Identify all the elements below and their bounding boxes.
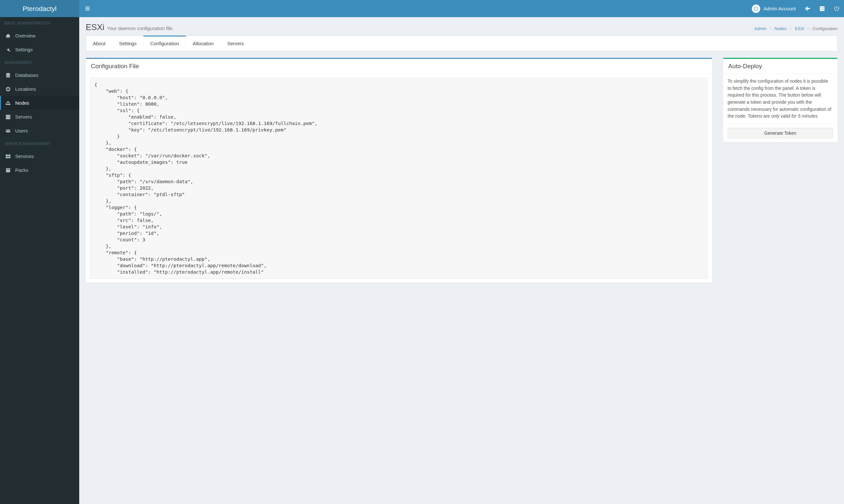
sidebar-item-locations[interactable]: Locations (0, 82, 79, 96)
sidebar-item-servers[interactable]: Servers (0, 110, 79, 124)
sidebar-item-label: Servers (15, 114, 32, 120)
sidebar-section-header: SERVICE MANAGEMENT (0, 138, 79, 149)
tab-about[interactable]: About (86, 36, 112, 51)
home-icon (5, 34, 11, 38)
logout-button[interactable] (829, 0, 844, 17)
sidebar-section-header: MANAGEMENT (0, 56, 79, 68)
sidebar-item-label: Overview (15, 33, 36, 38)
configuration-file-box: Configuration File { "web": { "host": "0… (86, 58, 712, 283)
th-large-icon (5, 154, 11, 159)
breadcrumb-separator: > (807, 26, 810, 31)
topbar: Admin Account (79, 0, 844, 17)
sidebar-section-header: BASIC ADMINISTRATION (0, 17, 79, 29)
auto-deploy-box: Auto-Deploy To simplify the configuratio… (723, 58, 838, 142)
power-icon (752, 4, 760, 13)
brand-logo[interactable]: Pterodactyl (0, 0, 79, 17)
sidebar-item-label: Databases (15, 72, 38, 78)
bars-icon (85, 6, 90, 11)
exit-admin-button[interactable] (800, 0, 815, 17)
sidebar-item-packs[interactable]: Packs (0, 163, 79, 177)
wrench-icon (5, 48, 11, 52)
plane-icon (805, 6, 810, 11)
sidebar-item-label: Packs (15, 167, 29, 173)
breadcrumb-separator: > (790, 26, 792, 31)
archive-icon (5, 168, 11, 173)
sidebar: Pterodactyl BASIC ADMINISTRATIONOverview… (0, 0, 79, 504)
server-icon (820, 6, 825, 11)
sidebar-item-databases[interactable]: Databases (0, 68, 79, 82)
page-title: ESXi (86, 22, 104, 32)
configuration-file-content[interactable]: { "web": { "host": "0.0.0.0", "listen": … (90, 78, 708, 279)
breadcrumb-separator: > (769, 26, 772, 31)
admin-account-label: Admin Account (763, 6, 796, 11)
sidebar-toggle-button[interactable] (79, 0, 96, 17)
sidebar-item-users[interactable]: Users (0, 124, 79, 138)
page-subtitle: Your daemon configuration file. (107, 25, 174, 31)
admin-account-menu[interactable]: Admin Account (751, 0, 800, 17)
sidebar-item-services[interactable]: Services (0, 149, 79, 163)
breadcrumb-esxi[interactable]: ESXi (795, 26, 804, 31)
globe-icon (5, 87, 11, 91)
sidebar-item-settings[interactable]: Settings (0, 43, 79, 56)
power-icon (834, 6, 839, 11)
sidebar-item-label: Users (15, 128, 28, 133)
breadcrumb: Admin>Nodes>ESXi>Configuration (754, 26, 838, 31)
tab-settings[interactable]: Settings (112, 36, 143, 51)
sidebar-item-overview[interactable]: Overview (0, 29, 79, 43)
sidebar-item-label: Locations (15, 86, 36, 92)
tab-servers[interactable]: Servers (221, 36, 251, 51)
auto-deploy-description: To simplify the configuration of nodes i… (723, 74, 838, 124)
sidebar-item-label: Nodes (15, 100, 29, 106)
server-icon (5, 115, 11, 119)
tab-allocation[interactable]: Allocation (186, 36, 221, 51)
sidebar-item-label: Services (15, 154, 34, 159)
users-icon (5, 129, 11, 133)
content-header: ESXi Your daemon configuration file. Adm… (79, 17, 844, 36)
tab-configuration[interactable]: Configuration (143, 36, 186, 51)
server-view-button[interactable] (815, 0, 829, 17)
sidebar-item-nodes[interactable]: Nodes (0, 96, 79, 110)
tab-bar: AboutSettingsConfigurationAllocationServ… (86, 36, 838, 51)
sitemap-icon (5, 101, 11, 105)
configuration-file-title: Configuration File (91, 63, 707, 70)
breadcrumb-admin[interactable]: Admin (754, 26, 767, 31)
database-icon (5, 73, 11, 77)
auto-deploy-title: Auto-Deploy (728, 63, 832, 70)
breadcrumb-configuration: Configuration (813, 26, 838, 31)
generate-token-button[interactable]: Generate Token (728, 128, 833, 138)
sidebar-item-label: Settings (15, 47, 33, 52)
breadcrumb-nodes[interactable]: Nodes (774, 26, 787, 31)
